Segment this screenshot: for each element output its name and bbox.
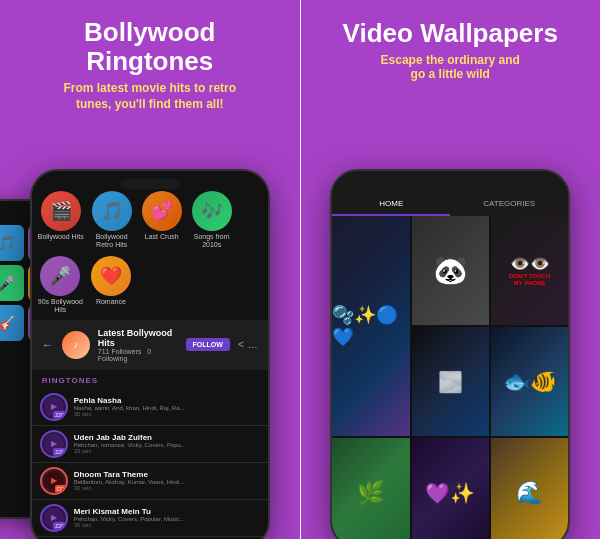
ringtone-duration-4: 30 sec [74, 522, 260, 528]
fire-icon: 🌊 [516, 480, 543, 506]
bubble-icon: 🫧✨🔵💙 [332, 304, 409, 348]
category-90s[interactable]: 🎤 90s BollywoodHits [38, 256, 83, 313]
ringtones-section-label: RINGTONES [32, 370, 268, 389]
cat-circle-4: 🎶 [192, 191, 232, 231]
wallpaper-1-bubbles[interactable]: 🫧✨🔵💙 [332, 216, 409, 436]
avatar: ♪ [62, 331, 90, 359]
badge-2: Z20 [53, 448, 66, 456]
thumb-2: 🎵 [0, 225, 24, 261]
ringtone-name-3: Dhoom Tara Theme [74, 470, 260, 479]
profile-info: Latest Bollywood Hits 711 Followers 0 Fo… [98, 328, 178, 362]
left-subtitle: From latest movie hits to retrotunes, yo… [47, 81, 252, 112]
main-phone-right: HOME CATEGORIES 🫧✨🔵💙 🐼 👁️👁️ DON'T TOU [330, 169, 570, 539]
category-romance[interactable]: ❤️ Romance [89, 256, 133, 313]
cat-circle-2: 🎵 [92, 191, 132, 231]
left-title: BollywoodRingtones [84, 18, 215, 75]
cat-circle-6: ❤️ [91, 256, 131, 296]
ringtone-duration-1: 30 sec [74, 411, 260, 417]
wallpaper-3-eyes[interactable]: 👁️👁️ DON'T TOUCHMY PHONE [491, 216, 568, 325]
play-button-3[interactable]: ▶ CD [40, 467, 68, 495]
ringtone-info-4: Meri Kismat Mein Tu Pehchan, Vicky, Cove… [74, 507, 260, 528]
ringtone-duration-2: 33 sec [74, 448, 260, 454]
follow-button[interactable]: FOLLOW [186, 338, 230, 351]
play-button-4[interactable]: ▶ Z20 [40, 504, 68, 532]
wallpaper-4-smoke[interactable]: 🌫️ [412, 327, 489, 436]
wallpaper-8-fire[interactable]: 🌊 [491, 438, 568, 539]
right-title: Video Wallpapers [343, 18, 558, 49]
ringtone-item-2[interactable]: ▶ Z20 Uden Jab Jab Zulfen Pehchan, roman… [32, 426, 268, 463]
back-icon[interactable]: ← [42, 338, 54, 352]
category-row-2[interactable]: 🎤 90s BollywoodHits ❤️ Romance [32, 254, 268, 319]
ringtone-info-1: Pehla Nasha Nasha, aamir, And, khan, Hin… [74, 396, 260, 417]
cat-circle-3: 💕 [142, 191, 182, 231]
right-panel: Video Wallpapers Escape the ordinary and… [301, 0, 601, 539]
right-subtitle: Escape the ordinary and [381, 53, 520, 67]
fish-icon: 🐟🐠 [503, 369, 557, 395]
profile-section: ← ♪ Latest Bollywood Hits 711 Followers … [32, 320, 268, 370]
main-phone-left: 🎬 Bollywood Hits 🎵 BollywoodRetro Hits 💕… [30, 169, 270, 539]
tab-categories[interactable]: CATEGORIES [450, 193, 568, 216]
thumb-5: 🎤 [0, 265, 24, 301]
cat-label-3: Last Crush [145, 233, 179, 241]
abstract-icon: 💜✨ [425, 481, 475, 505]
badge-1: Z20 [53, 411, 66, 419]
left-panel: BollywoodRingtones From latest movie hit… [0, 0, 300, 539]
more-icon[interactable]: … [248, 339, 258, 350]
category-retro[interactable]: 🎵 BollywoodRetro Hits [90, 191, 134, 248]
share-icon[interactable]: < [238, 339, 244, 350]
cat-label-4: Songs from2010s [194, 233, 230, 248]
cat-circle-5: 🎤 [40, 256, 80, 296]
cat-circle-1: 🎬 [41, 191, 81, 231]
right-subtitle-2: go a little wild [411, 67, 490, 81]
ringtone-name-2: Uden Jab Jab Zulfen [74, 433, 260, 442]
cat-label-1: Bollywood Hits [38, 233, 84, 241]
cat-label-2: BollywoodRetro Hits [96, 233, 128, 248]
ringtone-info-3: Dhoom Tara Theme Bellbottom, Akshay, Kum… [74, 470, 260, 491]
badge-3: CD [55, 485, 66, 493]
ringtone-item-3[interactable]: ▶ CD Dhoom Tara Theme Bellbottom, Akshay… [32, 463, 268, 500]
ringtone-info-2: Uden Jab Jab Zulfen Pehchan, romance, Vi… [74, 433, 260, 454]
wallpaper-2-panda[interactable]: 🐼 [412, 216, 489, 325]
category-crush[interactable]: 💕 Last Crush [140, 191, 184, 248]
ringtone-item-1[interactable]: ▶ Z20 Pehla Nasha Nasha, aamir, And, kha… [32, 389, 268, 426]
panel-divider [300, 0, 301, 539]
ringtone-name-1: Pehla Nasha [74, 396, 260, 405]
play-button-2[interactable]: ▶ Z20 [40, 430, 68, 458]
profile-stats: 711 Followers 0 Following [98, 348, 178, 362]
ringtone-name-4: Meri Kismat Mein Tu [74, 507, 260, 516]
play-button-1[interactable]: ▶ Z20 [40, 393, 68, 421]
profile-name: Latest Bollywood Hits [98, 328, 178, 348]
tab-home[interactable]: HOME [332, 193, 450, 216]
badge-4: Z20 [53, 522, 66, 530]
wallpaper-grid: 🫧✨🔵💙 🐼 👁️👁️ DON'T TOUCHMY PHONE 🌫️ [332, 216, 568, 539]
cat-label-6: Romance [96, 298, 126, 306]
category-bollywood-hits[interactable]: 🎬 Bollywood Hits [38, 191, 84, 248]
nature-icon: 🌿 [357, 480, 384, 506]
tabs-bar: HOME CATEGORIES [332, 171, 568, 216]
wallpaper-5-fish[interactable]: 🐟🐠 [491, 327, 568, 436]
ringtone-item-4[interactable]: ▶ Z20 Meri Kismat Mein Tu Pehchan, Vicky… [32, 500, 268, 537]
wallpaper-7-abstract[interactable]: 💜✨ [412, 438, 489, 539]
category-2010s[interactable]: 🎶 Songs from2010s [190, 191, 234, 248]
cat-label-5: 90s BollywoodHits [38, 298, 83, 313]
ringtone-duration-3: 30 sec [74, 485, 260, 491]
smoke-icon: 🌫️ [438, 370, 463, 394]
share-icons[interactable]: < … [238, 339, 258, 350]
dont-touch-text: DON'T TOUCHMY PHONE [509, 273, 550, 286]
panda-icon: 🐼 [433, 254, 468, 287]
phone-notch [120, 179, 180, 189]
wallpaper-6-nature[interactable]: 🌿 [332, 438, 409, 539]
thumb-8: 🎸 [0, 305, 24, 341]
